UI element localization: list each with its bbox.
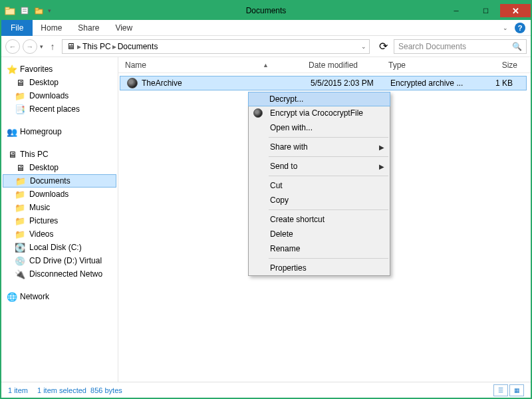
- column-header: Name▲ Date modified Type Size: [118, 57, 531, 73]
- nav-pc-desktop[interactable]: 🖥Desktop: [1, 161, 118, 174]
- svg-rect-6: [35, 8, 39, 10]
- croco-file-icon: [127, 78, 138, 88]
- pc-icon: 🖥: [7, 149, 17, 160]
- file-type: Encrypted archive ...: [390, 78, 464, 88]
- breadcrumb-current[interactable]: Documents: [118, 42, 158, 51]
- cm-sharewith[interactable]: Share with▶: [249, 140, 390, 154]
- column-type[interactable]: Type: [388, 61, 462, 70]
- help-icon[interactable]: ?: [515, 23, 525, 33]
- up-button[interactable]: ↑: [46, 40, 59, 53]
- search-input[interactable]: Search Documents 🔍: [394, 39, 527, 54]
- cm-shortcut[interactable]: Create shortcut: [249, 212, 390, 227]
- breadcrumb-root[interactable]: This PC: [82, 42, 111, 51]
- folder-icon: 📁: [15, 215, 25, 226]
- nav-pc-pictures[interactable]: 📁Pictures: [1, 214, 118, 227]
- context-menu: Decrypt... Encrypt via CrococryptFile Op…: [248, 92, 390, 276]
- tab-view[interactable]: View: [107, 21, 140, 35]
- search-placeholder: Search Documents: [398, 42, 466, 51]
- cm-encrypt[interactable]: Encrypt via CrococryptFile: [249, 106, 390, 120]
- close-button[interactable]: ✕: [500, 4, 531, 17]
- cm-properties[interactable]: Properties: [249, 261, 390, 275]
- homegroup-icon: 👥: [7, 126, 17, 137]
- details-view-button[interactable]: ☰: [493, 384, 508, 396]
- forward-button[interactable]: →: [23, 39, 37, 54]
- netdrive-icon: 🔌: [15, 269, 25, 279]
- cm-openwith[interactable]: Open with...: [249, 120, 390, 135]
- column-name[interactable]: Name▲: [125, 61, 309, 70]
- nav-homegroup[interactable]: 👥Homegroup: [1, 125, 118, 138]
- folder-icon: 📁: [15, 176, 26, 186]
- folder-icon: 📁: [15, 202, 25, 213]
- nav-favorites[interactable]: ⭐Favorites: [1, 63, 118, 76]
- nav-pc-disconnected[interactable]: 🔌Disconnected Netwo: [1, 267, 118, 281]
- navigation-pane: ⭐Favorites 🖥Desktop 📁Downloads 📑Recent p…: [1, 57, 118, 382]
- disk-icon: 💽: [15, 242, 25, 253]
- croco-icon: [253, 108, 263, 118]
- status-count: 1 item: [8, 386, 28, 394]
- desktop-icon: 🖥: [15, 162, 25, 173]
- nav-pc-localdisk[interactable]: 💽Local Disk (C:): [1, 241, 118, 254]
- nav-desktop[interactable]: 🖥Desktop: [1, 76, 118, 89]
- nav-downloads[interactable]: 📁Downloads: [1, 89, 118, 102]
- separator: [269, 258, 388, 259]
- properties-icon[interactable]: [19, 5, 31, 17]
- status-selected: 1 item selected 856 bytes: [37, 386, 122, 394]
- nav-recent[interactable]: 📑Recent places: [1, 102, 118, 116]
- separator: [269, 137, 388, 138]
- titlebar[interactable]: ▾ Documents ─ ☐ ✕: [1, 1, 531, 20]
- icons-view-button[interactable]: ▦: [509, 384, 524, 396]
- desktop-icon: 🖥: [15, 77, 25, 88]
- file-tab[interactable]: File: [1, 20, 33, 36]
- minimize-button[interactable]: ─: [442, 4, 471, 17]
- file-date: 5/5/2015 2:03 PM: [311, 78, 390, 88]
- column-date[interactable]: Date modified: [309, 61, 388, 70]
- maximize-button[interactable]: ☐: [471, 4, 500, 17]
- tab-home[interactable]: Home: [33, 21, 70, 35]
- breadcrumb[interactable]: 🖥 ▸ This PC ▸ Documents ⌄: [62, 39, 370, 54]
- nav-pc-downloads[interactable]: 📁Downloads: [1, 188, 118, 201]
- sort-asc-icon: ▲: [263, 62, 269, 68]
- folder-icon: 📁: [15, 90, 25, 101]
- column-size[interactable]: Size: [462, 61, 531, 70]
- nav-pc-cddrive[interactable]: 💿CD Drive (D:) Virtual: [1, 254, 118, 267]
- submenu-arrow-icon: ▶: [379, 163, 384, 170]
- cm-decrypt[interactable]: Decrypt...: [248, 92, 390, 106]
- cm-delete[interactable]: Delete: [249, 227, 390, 241]
- nav-thispc[interactable]: 🖥This PC: [1, 148, 118, 161]
- file-name: TheArchive: [142, 78, 182, 88]
- cm-cut[interactable]: Cut: [249, 178, 390, 193]
- breadcrumb-dropdown-icon[interactable]: ⌄: [361, 43, 366, 50]
- recent-icon: 📑: [15, 104, 25, 114]
- nav-network[interactable]: 🌐Network: [1, 290, 118, 303]
- cd-icon: 💿: [15, 255, 25, 266]
- search-icon[interactable]: 🔍: [512, 42, 522, 51]
- ribbon: File Home Share View ⌄ ?: [1, 20, 531, 36]
- folder-icon: 📁: [15, 189, 25, 200]
- back-button[interactable]: ←: [5, 39, 20, 54]
- nav-bar: ← → ▾ ↑ 🖥 ▸ This PC ▸ Documents ⌄ ⟳ Sear…: [1, 36, 531, 57]
- ribbon-expand-icon[interactable]: ⌄: [503, 25, 508, 31]
- chevron-right-icon[interactable]: ▸: [112, 42, 116, 51]
- nav-pc-music[interactable]: 📁Music: [1, 201, 118, 214]
- cm-rename[interactable]: Rename: [249, 241, 390, 256]
- tab-share[interactable]: Share: [70, 21, 107, 35]
- submenu-arrow-icon: ▶: [379, 144, 384, 151]
- status-bar: 1 item 1 item selected 856 bytes ☰ ▦: [1, 382, 531, 398]
- history-dropdown-icon[interactable]: ▾: [40, 43, 43, 50]
- new-folder-icon[interactable]: [33, 5, 45, 17]
- separator: [269, 209, 388, 210]
- folder-icon: 📁: [15, 229, 25, 239]
- nav-pc-documents[interactable]: 📁Documents: [3, 174, 116, 188]
- file-size: 1 KB: [464, 78, 526, 88]
- svg-rect-2: [21, 7, 28, 14]
- cm-sendto[interactable]: Send to▶: [249, 159, 390, 174]
- pc-icon: 🖥: [65, 41, 76, 52]
- folder-icon: [4, 5, 16, 17]
- refresh-button[interactable]: ⟳: [375, 39, 391, 54]
- chevron-right-icon[interactable]: ▸: [77, 42, 81, 51]
- file-row[interactable]: TheArchive 5/5/2015 2:03 PM Encrypted ar…: [120, 76, 527, 90]
- separator: [269, 176, 388, 176]
- cm-copy[interactable]: Copy: [249, 193, 390, 207]
- qat-dropdown-icon[interactable]: ▾: [48, 7, 51, 14]
- nav-pc-videos[interactable]: 📁Videos: [1, 227, 118, 241]
